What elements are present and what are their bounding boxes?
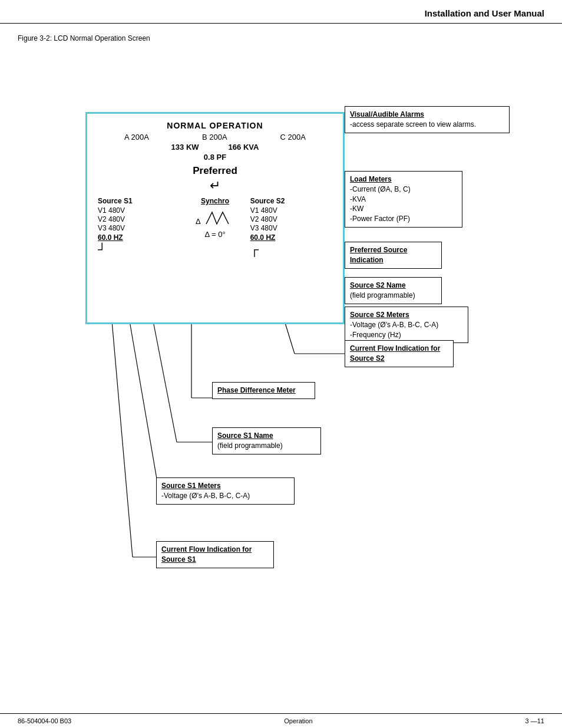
anno-load-meters-body: -Current (ØA, B, C) -KVA -KW -Power Fact… [350,185,457,224]
anno-s2-meters-title: Source S2 Meters [350,310,463,320]
anno-visual-alarms-title: Visual/Audible Alarms [350,110,504,120]
lcd-delta-eq: Δ = 0° [204,230,225,239]
synchro-wave-svg: Δ [194,206,236,229]
anno-phase-diff: Phase Difference Meter [212,382,315,399]
footer-right: 3 —11 [525,717,544,724]
lcd-phases-row: A 200A B 200A C 200A [98,133,332,141]
lcd-s1-v1: V1 480V [98,206,180,215]
lcd-s2-v3: V3 480V [250,224,332,232]
lcd-s2-v1: V1 480V [250,206,332,215]
page-footer: 86-504004-00 B03 Operation 3 —11 [0,713,562,728]
lcd-phase-a: A 200A [124,133,149,141]
lcd-synchro-label: Synchro [201,197,229,205]
lcd-kva: 166 KVA [229,143,259,151]
lcd-s1-v3: V3 480V [98,224,180,232]
anno-cf-s1-title: Current Flow Indication for Source S1 [161,545,269,565]
lcd-phase-b: B 200A [202,133,227,141]
lcd-phase-c: C 200A [280,133,306,141]
header-title: Installation and User Manual [425,8,544,18]
lcd-s2-v2: V2 480V [250,215,332,223]
anno-load-meters: Load Meters -Current (ØA, B, C) -KVA -KW… [345,171,462,228]
lcd-pf-row: 0.8 PF [98,153,332,162]
lcd-pf: 0.8 PF [204,153,226,162]
lcd-synchro-col: Synchro Δ Δ = 0° [180,197,250,256]
lcd-s1-v2: V2 480V [98,215,180,223]
lcd-s1-label: Source S1 [98,197,180,205]
anno-cf-s2-title: Current Flow Indication for Source S2 [350,344,448,364]
lcd-preferred-arrow: ↵ [98,178,332,193]
anno-visual-alarms: Visual/Audible Alarms -access separate s… [345,106,510,133]
anno-current-flow-s2: Current Flow Indication for Source S2 [345,340,454,367]
anno-source-s2-name: Source S2 Name (field programmable) [345,277,442,304]
main-content: Figure 3-2: LCD Normal Operation Screen [0,24,562,701]
anno-visual-alarms-body: -access separate screen to view alarms. [350,120,504,130]
lcd-source1-col: Source S1 V1 480V V2 480V V3 480V 60.0 H… [98,197,180,256]
anno-load-meters-title: Load Meters [350,174,457,185]
anno-phase-diff-title: Phase Difference Meter [217,386,310,396]
anno-s1-name-body: (field programmable) [217,441,316,451]
figure-caption: Figure 3-2: LCD Normal Operation Screen [18,34,544,42]
lcd-title: NORMAL OPERATION [98,121,332,130]
anno-preferred-source-title: Preferred Source Indication [350,245,437,265]
lcd-s1-current-icon: ┘ [98,243,180,256]
svg-line-15 [153,321,177,442]
diagram-area: NORMAL OPERATION A 200A B 200A C 200A 13… [18,53,542,690]
footer-left: 86-504004-00 B03 [18,717,71,724]
anno-source-s2-meters: Source S2 Meters -Voltage (Ø's A-B, B-C,… [345,307,468,343]
anno-s2-meters-body: -Voltage (Ø's A-B, B-C, C-A) -Frequency … [350,320,463,340]
anno-s1-meters-title: Source S1 Meters [161,481,289,491]
lcd-screen: NORMAL OPERATION A 200A B 200A C 200A 13… [85,112,345,324]
lcd-kw-row: 133 KW 166 KVA [98,143,332,151]
svg-line-17 [130,321,159,492]
lcd-s2-label: Source S2 [250,197,332,205]
svg-text:Δ: Δ [196,217,201,226]
lcd-s2-hz: 60.0 HZ [250,233,332,242]
anno-source-s1-meters: Source S1 Meters -Voltage (Ø's A-B, B-C,… [156,477,295,505]
anno-preferred-source: Preferred Source Indication [345,242,442,269]
footer-center: Operation [284,717,312,724]
lcd-preferred: Preferred [98,165,332,177]
anno-source-s1-name: Source S1 Name (field programmable) [212,427,321,454]
anno-current-flow-s1: Current Flow Indication for Source S1 [156,541,274,568]
lcd-kw: 133 KW [171,143,199,151]
anno-s1-name-title: Source S1 Name [217,431,316,441]
anno-s2-name-title: Source S2 Name [350,281,437,291]
anno-s1-meters-body: -Voltage (Ø's A-B, B-C, C-A) [161,491,289,501]
anno-s2-name-body: (field programmable) [350,291,437,301]
lcd-s1-hz: 60.0 HZ [98,233,180,242]
lcd-s2-current-icon: ┌ [250,243,332,256]
page-header: Installation and User Manual [0,0,562,24]
svg-line-19 [112,321,133,557]
lcd-source2-col: Source S2 V1 480V V2 480V V3 480V 60.0 H… [250,197,332,256]
